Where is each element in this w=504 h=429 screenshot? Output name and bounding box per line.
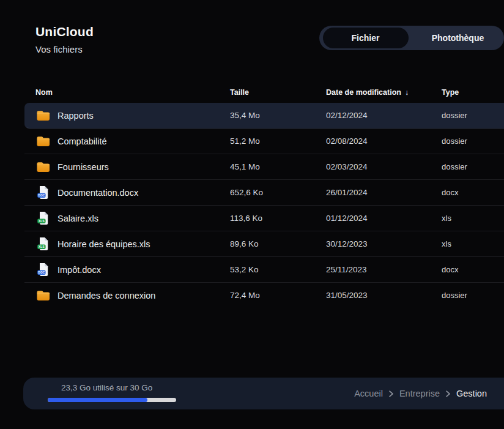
status-bar: 23,3 Go utilisé sur 30 Go AccueilEntrepr… [23, 378, 504, 409]
file-icon: DOC [35, 263, 51, 277]
column-header-type[interactable]: Type [442, 88, 504, 97]
file-name: Documentation.docx [57, 188, 138, 198]
breadcrumb-item[interactable]: Accueil [354, 389, 383, 398]
file-badge-label: XLS [39, 220, 45, 223]
file-type: docx [442, 265, 504, 274]
folder-icon [35, 160, 51, 174]
file-size: 652,6 Ko [230, 188, 326, 197]
file-manager-window: { "app": { "title": "UniCloud", "subtitl… [0, 0, 504, 429]
file-name-cell: Rapports [24, 108, 230, 123]
storage-progress-fill [48, 398, 147, 402]
file-date: 30/12/2023 [326, 239, 442, 248]
file-badge-label: XLS [39, 245, 45, 248]
file-size: 72,4 Mo [230, 291, 326, 300]
file-name: Salaire.xls [57, 214, 98, 223]
file-badge-label: DOC [38, 271, 45, 274]
file-date: 31/05/2023 [326, 291, 442, 300]
file-type: xls [442, 239, 504, 248]
table-row[interactable]: DOC Documentation.docx 652,6 Ko 26/01/20… [24, 180, 504, 206]
folder-icon [35, 288, 51, 303]
file-date: 26/01/2024 [326, 188, 442, 197]
chevron-right-icon [445, 390, 451, 398]
file-table-body: Rapports 35,4 Mo 02/12/2024 dossier [24, 103, 504, 308]
tab-phototheque[interactable]: Photothèque [412, 33, 504, 43]
file-size: 45,1 Mo [230, 162, 326, 171]
file-date: 01/12/2024 [326, 214, 442, 223]
file-type: dossier [442, 162, 504, 171]
file-table-header: Nom Taille Date de modification↓ Type [24, 82, 504, 103]
file-type: docx [442, 188, 504, 197]
view-toggle: Fichier Photothèque [319, 26, 504, 50]
file-name-cell: Comptabilité [24, 134, 230, 149]
column-header-name[interactable]: Nom [24, 88, 230, 97]
sort-descending-icon: ↓ [405, 88, 409, 97]
file-name-cell: Fournisseurs [24, 160, 230, 174]
file-name: Rapports [57, 111, 94, 121]
file-name: Demandes de connexion [57, 291, 155, 300]
file-name: Horaire des équipes.xls [57, 239, 150, 249]
folder-icon [35, 134, 51, 149]
app-title: UniCloud [35, 24, 94, 39]
file-size: 35,4 Mo [230, 111, 326, 120]
page-subtitle: Vos fichiers [35, 44, 83, 54]
table-row[interactable]: Comptabilité 51,2 Mo 02/08/2024 dossier [24, 129, 504, 154]
file-size: 113,6 Ko [230, 214, 326, 223]
file-icon: XLS [35, 237, 51, 252]
table-row[interactable]: XLS Salaire.xls 113,6 Ko 01/12/2024 xls [24, 206, 504, 231]
folder-icon [35, 108, 51, 123]
file-type: dossier [442, 291, 504, 300]
table-row[interactable]: XLS Horaire des équipes.xls 89,6 Ko 30/1… [24, 231, 504, 257]
file-type: dossier [442, 136, 504, 146]
column-header-size[interactable]: Taille [230, 88, 326, 97]
file-name-cell: DOC Documentation.docx [24, 185, 230, 200]
breadcrumb-item[interactable]: Entreprise [399, 389, 440, 398]
breadcrumb: AccueilEntrepriseGestion [354, 378, 487, 409]
table-row[interactable]: Rapports 35,4 Mo 02/12/2024 dossier [24, 103, 504, 129]
file-size: 89,6 Ko [230, 239, 326, 248]
file-type: xls [442, 214, 504, 223]
storage-progress-bar [48, 398, 176, 402]
file-name-cell: XLS Horaire des équipes.xls [24, 237, 230, 252]
file-name: Fournisseurs [57, 162, 109, 172]
file-name-cell: DOC Impôt.docx [24, 263, 230, 277]
file-size: 53,2 Ko [230, 265, 326, 274]
file-date: 25/11/2023 [326, 265, 442, 274]
storage-usage-label: 23,3 Go utilisé sur 30 Go [61, 383, 152, 392]
file-name: Impôt.docx [57, 265, 101, 275]
file-size: 51,2 Mo [230, 136, 326, 146]
file-badge-label: DOC [38, 194, 45, 197]
file-icon: XLS [35, 211, 51, 226]
column-header-date[interactable]: Date de modification↓ [326, 88, 442, 97]
chevron-right-icon [388, 390, 394, 398]
table-row[interactable]: Fournisseurs 45,1 Mo 02/03/2024 dossier [24, 154, 504, 180]
file-date: 02/08/2024 [326, 136, 442, 146]
file-icon: DOC [35, 185, 51, 200]
file-name: Comptabilité [57, 136, 107, 146]
file-date: 02/03/2024 [326, 162, 442, 171]
file-name-cell: Demandes de connexion [24, 288, 230, 303]
file-table: Nom Taille Date de modification↓ Type [24, 82, 504, 308]
file-type: dossier [442, 111, 504, 120]
breadcrumb-item[interactable]: Gestion [456, 389, 487, 398]
file-name-cell: XLS Salaire.xls [24, 211, 230, 226]
tab-fichier[interactable]: Fichier [319, 33, 412, 43]
table-row[interactable]: Demandes de connexion 72,4 Mo 31/05/2023… [24, 283, 504, 308]
column-header-date-label: Date de modification [326, 88, 401, 97]
file-date: 02/12/2024 [326, 111, 442, 120]
table-row[interactable]: DOC Impôt.docx 53,2 Ko 25/11/2023 docx [24, 257, 504, 283]
